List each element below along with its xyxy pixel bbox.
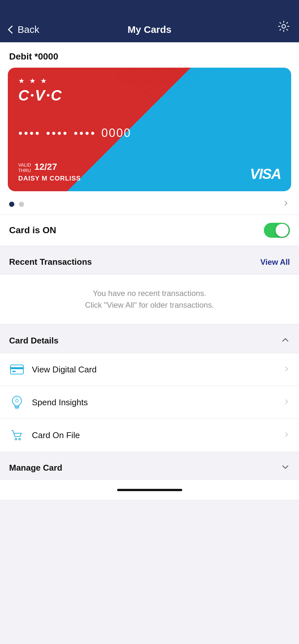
manage-card-title: Manage Card — [9, 463, 62, 473]
svg-rect-2 — [10, 367, 23, 369]
home-bar — [117, 489, 182, 491]
gear-icon — [278, 20, 290, 33]
card-info-left: VALIDTHRU 12/27 DAISY M CORLISS — [18, 162, 81, 182]
card-on-label: Card is ON — [9, 225, 56, 235]
back-button[interactable]: Back — [9, 24, 39, 35]
card-bottom: VALIDTHRU 12/27 DAISY M CORLISS VISA — [18, 162, 281, 182]
cart-icon — [9, 427, 25, 443]
main-content: Debit *0000 CIVIC★CIVIC★CIVIC★CIVIC★CIVI… — [0, 42, 299, 480]
settings-button[interactable] — [278, 20, 290, 35]
menu-item-left: View Digital Card — [9, 362, 97, 377]
section-divider-2 — [0, 324, 299, 328]
bulb-icon — [9, 395, 25, 410]
card-last4: 0000 — [101, 126, 131, 140]
chevron-down-icon — [281, 463, 290, 473]
spend-insights-item[interactable]: Spend Insights — [0, 386, 299, 419]
card-number-dots-3: ●●●● — [74, 129, 96, 137]
empty-text-line2: Click "View All" for older transactions. — [9, 299, 290, 311]
back-label: Back — [18, 24, 39, 35]
chevron-right-icon-3 — [283, 431, 290, 440]
card-on-file-item[interactable]: Card On File — [0, 419, 299, 451]
svg-rect-4 — [15, 406, 19, 407]
civic-name: C V C — [18, 87, 62, 104]
view-digital-card-item[interactable]: View Digital Card — [0, 353, 299, 386]
civic-logo: ★ ★ ★ C V C — [18, 77, 281, 104]
card-content: ★ ★ ★ C V C ●●●● ●●●● ●●●● 0000 — [8, 68, 291, 191]
view-all-button[interactable]: View All — [260, 258, 290, 267]
card-details-title: Card Details — [9, 336, 59, 346]
card-number-dots-2: ●●●● — [46, 129, 68, 137]
card-details-header[interactable]: Card Details — [0, 328, 299, 353]
civic-stars: ★ ★ ★ — [18, 77, 48, 85]
visa-logo: VISA — [250, 166, 281, 182]
manage-card-section[interactable]: Manage Card — [0, 455, 299, 480]
chevron-up-icon — [281, 335, 290, 346]
credit-card: CIVIC★CIVIC★CIVIC★CIVIC★CIVIC★CIVIC★CIVI… — [8, 68, 291, 191]
dot-inactive — [19, 202, 24, 207]
card-number-row: ●●●● ●●●● ●●●● 0000 — [18, 126, 281, 140]
card-toggle-row: Card is ON — [0, 215, 299, 246]
card-toggle[interactable] — [264, 223, 290, 238]
toggle-knob — [276, 224, 289, 237]
card-icon — [9, 362, 25, 377]
spend-insights-label: Spend Insights — [32, 397, 88, 408]
svg-point-6 — [16, 399, 18, 402]
recent-transactions-section: Recent Transactions View All You have no… — [0, 250, 299, 324]
svg-rect-1 — [10, 365, 23, 374]
menu-item-left-3: Card On File — [9, 427, 80, 443]
menu-items: View Digital Card — [0, 353, 299, 451]
civic-dot-icon — [47, 94, 49, 97]
recent-transactions-header: Recent Transactions View All — [0, 250, 299, 274]
section-divider — [0, 246, 299, 250]
valid-date: 12/27 — [34, 162, 57, 172]
card-pagination — [0, 191, 299, 215]
chevron-left-icon — [8, 25, 16, 34]
svg-rect-3 — [12, 371, 16, 372]
home-indicator — [0, 480, 299, 500]
debit-label: Debit *0000 — [0, 42, 299, 68]
svg-rect-5 — [16, 408, 19, 409]
dot-active — [9, 202, 14, 207]
header: Back My Cards — [0, 0, 299, 42]
svg-point-0 — [282, 25, 286, 28]
card-container: CIVIC★CIVIC★CIVIC★CIVIC★CIVIC★CIVIC★CIVI… — [0, 68, 299, 191]
dots-indicator — [9, 202, 24, 207]
svg-point-9 — [19, 438, 20, 440]
recent-transactions-title: Recent Transactions — [9, 257, 92, 267]
civic-dot-icon — [31, 94, 34, 97]
card-on-file-label: Card On File — [32, 430, 80, 440]
card-number-dots: ●●●● — [18, 129, 41, 137]
view-digital-card-label: View Digital Card — [32, 365, 97, 375]
page-title: My Cards — [128, 24, 171, 35]
valid-label: VALIDTHRU — [18, 162, 31, 173]
chevron-right-icon-2 — [283, 398, 290, 407]
card-holder-name: DAISY M CORLISS — [18, 175, 81, 182]
next-card-button[interactable] — [282, 199, 290, 209]
empty-text-line1: You have no recent transactions. — [9, 288, 290, 299]
chevron-right-icon — [283, 365, 290, 374]
card-details-section: Card Details — [0, 328, 299, 451]
menu-item-left-2: Spend Insights — [9, 395, 88, 410]
svg-point-8 — [15, 438, 17, 440]
empty-transactions: You have no recent transactions. Click "… — [0, 275, 299, 324]
section-divider-3 — [0, 451, 299, 455]
